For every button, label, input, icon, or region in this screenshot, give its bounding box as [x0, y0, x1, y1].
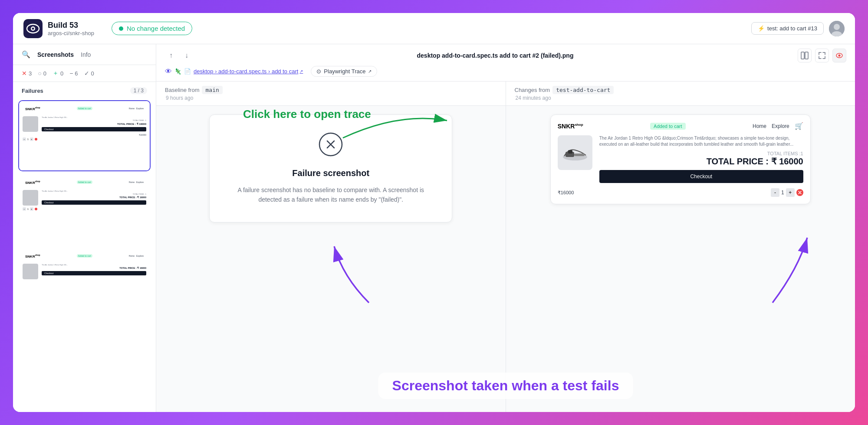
list-item[interactable]: SNKRshop Added to cart Home Explore — [18, 174, 151, 245]
status-text: No change detected — [127, 25, 185, 32]
prev-button[interactable]: ↑ — [165, 49, 177, 62]
test-badge-icon: ⚡ — [758, 25, 765, 32]
svg-rect-7 — [801, 52, 804, 59]
status-dot — [119, 26, 123, 31]
test-badge: ⚡ test: add to cart #13 — [751, 22, 824, 35]
sidebar-items: SNKRshop Added to cart Home Explore — [13, 98, 156, 412]
section-header: Failures 1 / 3 — [13, 82, 156, 98]
argos-logo — [23, 19, 43, 38]
checkout-button[interactable]: Checkout — [599, 170, 803, 183]
breadcrumb-emoji: 🦎 — [174, 68, 181, 75]
price-row: ₹16000 - 1 + — [558, 188, 803, 197]
thumbnail-3: SNKRshop Added to cart Home Explore — [19, 248, 150, 318]
breadcrumb-eye-icon: 👁 — [165, 68, 172, 75]
split-view-button[interactable] — [798, 49, 812, 62]
nav-arrows: ↑ ↓ — [165, 49, 193, 62]
svg-point-3 — [32, 27, 34, 29]
compare-area: Baseline from main 9 hours ago — [156, 82, 855, 412]
eye-toggle-button[interactable] — [832, 49, 846, 62]
left-panel-content: Failure screenshot A failure screenshot … — [156, 106, 506, 412]
user-avatar[interactable] — [829, 21, 845, 36]
x-icon: ✕ — [22, 70, 27, 77]
filter-unchanged[interactable]: ○ 0 — [38, 70, 46, 77]
header-logo: Build 53 argos-ci/snkr-shop — [23, 19, 94, 38]
svg-point-10 — [838, 55, 841, 57]
filter-removed[interactable]: − 6 — [69, 70, 78, 77]
total-label: TOTAL ITEMS :1 — [599, 151, 803, 156]
changes-time: 24 minutes ago — [515, 95, 847, 101]
breadcrumb-file-icon: 📄 — [184, 68, 191, 75]
header: Build 53 argos-ci/snkr-shop No change de… — [13, 13, 855, 44]
changes-from-text: Changes from — [515, 87, 550, 93]
baseline-branch: main — [202, 86, 222, 94]
snkr-logo: SNKRshop — [558, 123, 583, 130]
sidebar: 🔍 Screenshots Info ✕ 3 ○ 0 ＋ — [13, 44, 156, 412]
svg-rect-8 — [805, 52, 808, 59]
info-tab[interactable]: Info — [81, 51, 91, 58]
list-item[interactable]: SNKRshop Added to cart Home Explore — [18, 248, 151, 319]
filter-count-circle: 0 — [43, 70, 46, 77]
next-button[interactable]: ↓ — [181, 49, 193, 62]
circle-icon: ○ — [38, 70, 41, 77]
list-item[interactable]: SNKRshop Added to cart Home Explore — [18, 100, 151, 171]
failure-description: A failure screenshot has no baseline to … — [227, 185, 434, 205]
playwright-label: Playwright Trace — [324, 68, 365, 75]
header-title-group: Build 53 argos-ci/snkr-shop — [48, 21, 94, 36]
right-panel-header: Changes from test-add-to-cart 24 minutes… — [506, 82, 855, 106]
product-row: The Air Jordan 1 Retro High OG &ldquo;Cr… — [558, 135, 803, 183]
thumbnail-2: SNKRshop Added to cart Home Explore — [19, 175, 150, 244]
filter-approved[interactable]: ✓ 0 — [84, 70, 94, 77]
changes-label: Changes from test-add-to-cart — [515, 86, 847, 94]
price: ₹16000 — [558, 190, 574, 196]
playwright-icon: ⊙ — [316, 68, 321, 75]
minus-label: - — [774, 190, 776, 196]
cart-icon: 🛒 — [795, 122, 803, 130]
left-panel: Baseline from main 9 hours ago — [156, 82, 506, 412]
screenshot-card: SNKRshop Added to cart Home Explore 🛒 — [550, 114, 811, 204]
playwright-external-icon: ↗ — [368, 69, 372, 74]
filter-count-check: 0 — [91, 70, 94, 77]
failure-icon — [227, 132, 434, 161]
main-container: Build 53 argos-ci/snkr-shop No change de… — [13, 13, 855, 412]
info-label: Info — [81, 51, 91, 58]
filter-count-x: 3 — [29, 70, 32, 77]
snkr-header: SNKRshop Added to cart Home Explore 🛒 — [558, 122, 803, 130]
search-icon: 🔍 — [22, 50, 30, 59]
thumbnail-1: SNKRshop Added to cart Home Explore — [19, 101, 150, 170]
test-badge-text: test: add to cart #13 — [767, 25, 817, 32]
plus-label: + — [789, 190, 792, 196]
section-count: 1 / 3 — [130, 87, 147, 94]
added-badge: Added to cart — [650, 123, 685, 130]
delete-button[interactable] — [796, 189, 803, 196]
build-title: Build 53 — [48, 21, 94, 30]
svg-rect-16 — [568, 150, 572, 154]
shoe-image — [558, 135, 592, 170]
filename: desktop add-to-card.spec.ts add to cart … — [193, 52, 798, 59]
main-content: ↑ ↓ desktop add-to-card.spec.ts add to c… — [156, 44, 855, 412]
counter-minus[interactable]: - — [771, 188, 779, 197]
repo-name: argos-ci/snkr-shop — [48, 30, 94, 36]
playwright-trace-button[interactable]: ⊙ Playwright Trace ↗ — [311, 66, 377, 77]
plus-icon: ＋ — [53, 69, 59, 77]
filter-added[interactable]: ＋ 0 — [53, 69, 63, 77]
filter-failures[interactable]: ✕ 3 — [22, 70, 32, 77]
failure-card: Failure screenshot A failure screenshot … — [209, 114, 452, 222]
breadcrumb-text: desktop › add-to-card.spec.ts › add to c… — [194, 68, 298, 75]
minus-icon: − — [69, 70, 73, 77]
status-badge: No change detected — [112, 22, 192, 35]
home-link[interactable]: Home — [753, 123, 766, 129]
baseline-from-text: Baseline from — [165, 87, 199, 93]
baseline-label: Baseline from main — [165, 86, 497, 94]
external-link-icon: ↗ — [299, 69, 303, 74]
filter-count-plus: 0 — [60, 70, 63, 77]
sidebar-nav: 🔍 Screenshots Info — [13, 44, 156, 65]
screenshots-tab[interactable]: Screenshots — [37, 51, 74, 58]
baseline-time: 9 hours ago — [165, 95, 497, 101]
left-panel-header: Baseline from main 9 hours ago — [156, 82, 506, 106]
explore-link[interactable]: Explore — [772, 123, 789, 129]
expand-button[interactable] — [815, 49, 829, 62]
counter-plus[interactable]: + — [786, 188, 795, 197]
check-icon: ✓ — [84, 70, 89, 77]
counter: - 1 + — [771, 188, 803, 197]
breadcrumb-link[interactable]: desktop › add-to-card.spec.ts › add to c… — [194, 68, 303, 75]
